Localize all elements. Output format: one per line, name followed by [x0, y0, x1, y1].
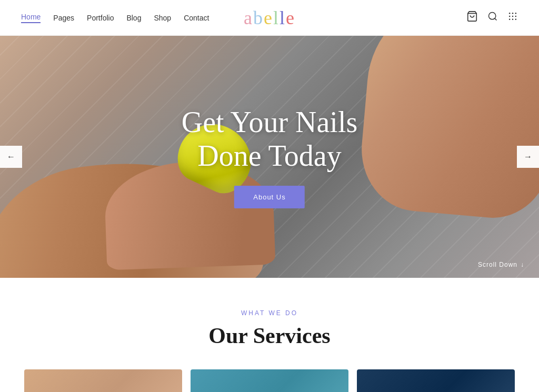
nav-portfolio[interactable]: Portfolio: [87, 14, 114, 22]
scroll-down-arrow-icon: ↓: [521, 261, 524, 268]
header-icons: [466, 11, 518, 25]
hero-content: Get Your Nails Done Today About Us: [182, 105, 357, 208]
service-card-2[interactable]: [191, 369, 348, 392]
svg-point-6: [509, 16, 511, 17]
hero-section: Get Your Nails Done Today About Us ← → S…: [0, 36, 539, 278]
svg-point-10: [512, 19, 514, 21]
svg-point-11: [515, 19, 517, 21]
service-card-1[interactable]: [24, 369, 182, 392]
services-title: Our Services: [21, 323, 518, 348]
scroll-down[interactable]: Scroll Down ↓: [478, 261, 524, 268]
svg-point-9: [509, 19, 511, 21]
svg-point-3: [509, 13, 511, 14]
svg-point-5: [515, 13, 517, 14]
hero-title: Get Your Nails Done Today: [182, 105, 357, 173]
services-label: WHAT WE DO: [21, 309, 518, 317]
nav-home[interactable]: Home: [21, 13, 41, 23]
service-card-3[interactable]: [357, 369, 515, 392]
hero-prev-button[interactable]: ←: [0, 146, 22, 168]
svg-point-7: [512, 16, 514, 17]
hero-next-button[interactable]: →: [517, 146, 539, 168]
search-icon[interactable]: [487, 11, 498, 24]
header: Home Pages Portfolio Blog Shop Contact a…: [0, 0, 539, 36]
nav-shop[interactable]: Shop: [154, 14, 171, 22]
nav-pages[interactable]: Pages: [53, 14, 74, 22]
site-logo[interactable]: abelle: [244, 7, 295, 29]
about-us-button[interactable]: About Us: [234, 186, 304, 208]
svg-line-2: [495, 18, 497, 21]
services-cards: [21, 369, 518, 392]
services-section: WHAT WE DO Our Services: [0, 278, 539, 392]
nav-contact[interactable]: Contact: [184, 14, 209, 22]
svg-point-4: [512, 13, 514, 14]
cart-icon[interactable]: [466, 11, 478, 25]
grid-icon[interactable]: [507, 11, 518, 24]
svg-point-1: [489, 13, 496, 19]
main-nav: Home Pages Portfolio Blog Shop Contact: [21, 13, 209, 23]
svg-point-8: [515, 16, 517, 17]
nav-blog[interactable]: Blog: [126, 14, 141, 22]
